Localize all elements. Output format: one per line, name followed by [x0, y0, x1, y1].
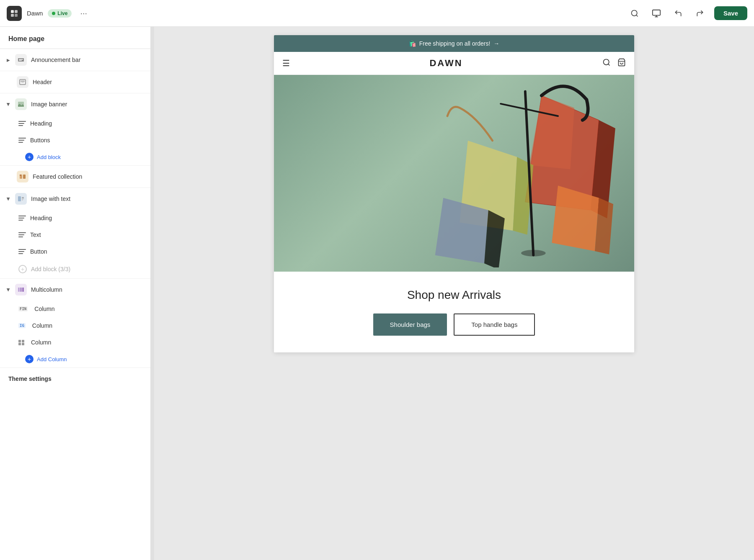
add-column-label: Add Column [37, 356, 67, 362]
preview-store-header: ☰ DAWN [274, 52, 634, 75]
lines-icon-4 [18, 232, 26, 237]
svg-rect-18 [18, 196, 21, 201]
col-1-label: Column [34, 306, 54, 312]
header-icon [17, 76, 28, 88]
lines-icon-5 [18, 249, 26, 254]
sidebar-section-announcement: ▶ Announcement bar [0, 49, 150, 71]
header-cart-icon[interactable] [617, 58, 626, 69]
svg-rect-22 [18, 288, 20, 292]
add-block-button[interactable]: + Add block [0, 149, 150, 165]
svg-rect-21 [22, 200, 23, 200]
preview-cta-buttons: Shoulder bags Top handle bags [287, 313, 622, 336]
col-2-icon: IG [18, 323, 26, 328]
lines-icon-3 [18, 216, 26, 221]
store-logo: DAWN [290, 58, 602, 69]
topbar: Dawn Live ··· Save [0, 0, 754, 27]
col-1-icon: FIN [18, 306, 28, 311]
svg-rect-20 [22, 198, 24, 199]
preview-hero-image [274, 75, 634, 272]
sidebar-item-announcement-bar[interactable]: ▶ Announcement bar [0, 49, 150, 71]
sidebar-item-iw-button[interactable]: Button [0, 243, 150, 260]
search-button[interactable] [627, 6, 642, 21]
svg-rect-17 [20, 175, 21, 176]
svg-rect-2 [11, 14, 14, 17]
hero-bags-svg [425, 83, 617, 267]
svg-rect-13 [21, 82, 24, 82]
col-2-label: Column [32, 322, 52, 329]
svg-point-4 [631, 10, 637, 15]
plus-circle-col-icon: + [25, 355, 34, 363]
svg-rect-3 [15, 14, 18, 17]
image-with-text-icon [15, 193, 27, 205]
add-block-label: Add block [37, 154, 61, 160]
svg-point-25 [604, 59, 609, 64]
plus-circle-disabled-icon: + [18, 265, 27, 273]
svg-rect-8 [18, 58, 24, 62]
sidebar: Home page ▶ Announcement bar Header [0, 27, 151, 560]
preview-area: 🛍️ Free shipping on all orders! → ☰ DAWN [154, 27, 754, 560]
sidebar-section-header: Header [0, 71, 150, 93]
sidebar-item-column-2[interactable]: IG Column [0, 317, 150, 334]
heading-label: Heading [30, 120, 52, 127]
announcement-text: Free shipping on all orders! [419, 40, 491, 47]
sidebar-item-heading[interactable]: Heading [0, 115, 150, 132]
header-search-icon[interactable] [602, 58, 611, 69]
sidebar-item-iw-text[interactable]: Text [0, 226, 150, 243]
image-with-text-label: Image with text [31, 195, 70, 202]
svg-rect-16 [23, 175, 26, 179]
live-badge: Live [48, 9, 72, 18]
sidebar-item-buttons[interactable]: Buttons [0, 132, 150, 149]
sidebar-item-column-3[interactable]: Column [0, 334, 150, 351]
iw-button-label: Button [30, 248, 47, 255]
preview-frame: 🛍️ Free shipping on all orders! → ☰ DAWN [274, 35, 634, 352]
site-name: Dawn [27, 10, 43, 17]
featured-section-title: Shop new Arrivals [287, 288, 622, 302]
announcement-bar-icon [15, 54, 27, 66]
theme-settings-link[interactable]: Theme settings [0, 368, 150, 390]
redo-button[interactable] [692, 6, 708, 21]
sidebar-section-featured-collection: Featured collection [0, 166, 150, 188]
svg-rect-23 [20, 288, 22, 292]
iw-heading-label: Heading [30, 215, 52, 221]
sidebar-item-multicolumn[interactable]: ▶ Multicolumn [0, 279, 150, 301]
multicolumn-label: Multicolumn [31, 286, 62, 293]
resize-handle[interactable] [151, 27, 154, 560]
live-label: Live [57, 10, 67, 16]
more-options-button[interactable]: ··· [77, 7, 90, 20]
plus-circle-icon: + [25, 153, 34, 161]
svg-rect-10 [19, 60, 22, 61]
sidebar-item-iw-heading[interactable]: Heading [0, 210, 150, 226]
svg-rect-0 [11, 10, 14, 13]
sidebar-item-image-with-text[interactable]: ▶ Image with text [0, 188, 150, 210]
monitor-button[interactable] [649, 6, 664, 21]
lines-icon-2 [18, 138, 26, 143]
header-label: Header [33, 79, 52, 85]
shoulder-bags-button[interactable]: Shoulder bags [373, 313, 447, 336]
chevron-right-icon: ▶ [7, 58, 10, 62]
lines-icon [18, 121, 26, 126]
chevron-down-icon-2: ▶ [6, 197, 11, 200]
chevron-down-icon: ▶ [6, 103, 11, 106]
sidebar-section-image-with-text: ▶ Image with text Heading Text Button [0, 188, 150, 279]
save-button[interactable]: Save [714, 6, 747, 20]
preview-announcement-bar: 🛍️ Free shipping on all orders! → [274, 35, 634, 52]
sidebar-item-featured-collection[interactable]: Featured collection [0, 166, 150, 188]
add-block-disabled-label: Add block (3/3) [31, 266, 70, 272]
svg-rect-6 [653, 10, 660, 15]
svg-rect-12 [21, 81, 25, 82]
svg-rect-24 [22, 288, 24, 292]
sidebar-item-column-1[interactable]: FIN Column [0, 301, 150, 317]
multicolumn-icon [15, 284, 27, 295]
sidebar-section-image-banner: ▶ Image banner Heading Buttons + Add blo… [0, 93, 150, 166]
add-block-disabled: + Add block (3/3) [0, 260, 150, 278]
sidebar-item-header[interactable]: Header [0, 71, 150, 93]
undo-button[interactable] [671, 6, 686, 21]
hamburger-icon[interactable]: ☰ [282, 58, 290, 68]
add-column-button[interactable]: + Add Column [0, 351, 150, 367]
svg-rect-1 [15, 10, 18, 13]
image-banner-icon [15, 98, 27, 110]
top-handle-bags-button[interactable]: Top handle bags [454, 313, 535, 336]
sidebar-section-multicolumn: ▶ Multicolumn FIN Column IG Column [0, 279, 150, 368]
sidebar-item-image-banner[interactable]: ▶ Image banner [0, 93, 150, 115]
col-3-icon [18, 340, 24, 345]
